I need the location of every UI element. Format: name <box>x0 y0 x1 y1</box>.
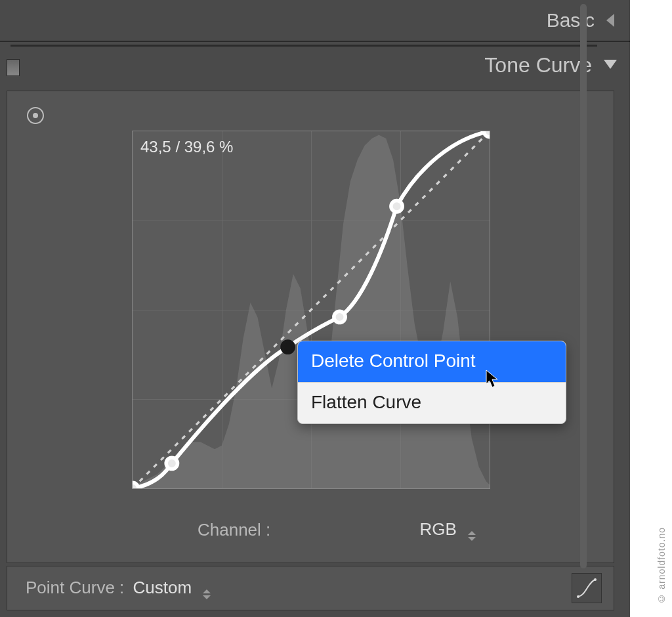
point-curve-bar: Point Curve : Custom <box>7 566 614 610</box>
menu-delete-control-point[interactable]: Delete Control Point <box>298 341 566 382</box>
channel-label: Channel : <box>198 520 270 540</box>
target-adjustment-icon[interactable] <box>27 107 44 124</box>
svg-point-8 <box>484 131 490 137</box>
context-menu: Delete Control Point Flatten Curve <box>297 341 566 424</box>
panel-scrollbar[interactable] <box>580 4 587 568</box>
svg-point-7 <box>391 201 402 212</box>
curve-readout: 43,5 / 39,6 % <box>140 138 233 156</box>
menu-flatten-curve[interactable]: Flatten Curve <box>298 383 566 423</box>
svg-marker-0 <box>606 14 614 27</box>
tone-curve-graph[interactable]: 43,5 / 39,6 % <box>132 131 490 489</box>
svg-point-3 <box>133 482 138 488</box>
chevron-down-icon <box>604 60 617 70</box>
basic-panel-header[interactable]: Basic <box>0 0 630 42</box>
chevron-left-icon <box>606 14 617 27</box>
svg-marker-1 <box>604 60 617 69</box>
page-margin <box>630 0 672 617</box>
svg-point-5 <box>282 341 293 352</box>
develop-panel: Basic Tone Curve <box>0 0 630 617</box>
tone-curve-panel: 43,5 / 39,6 % Channel : RGB <box>7 91 614 563</box>
svg-point-6 <box>334 311 345 322</box>
tone-curve-panel-header[interactable]: Tone Curve <box>0 42 630 88</box>
curve-icon <box>576 578 597 599</box>
svg-point-4 <box>166 457 177 469</box>
channel-value: RGB <box>419 519 456 539</box>
svg-point-9 <box>577 595 579 598</box>
watermark: © arnoldfoto.no <box>656 527 667 604</box>
curve-svg <box>133 131 490 488</box>
updown-icon <box>468 531 476 541</box>
point-curve-dropdown[interactable]: Point Curve : Custom <box>26 578 211 599</box>
point-curve-label: Point Curve : <box>26 578 124 597</box>
tone-curve-panel-label: Tone Curve <box>484 53 592 77</box>
basic-panel-label: Basic <box>547 9 595 32</box>
updown-icon <box>203 589 211 599</box>
curve-mode-button[interactable] <box>572 573 602 603</box>
svg-point-10 <box>594 578 597 581</box>
point-curve-value: Custom <box>133 578 192 597</box>
channel-dropdown[interactable]: RGB <box>419 519 476 541</box>
channel-selector-row: Channel : RGB <box>7 510 614 549</box>
